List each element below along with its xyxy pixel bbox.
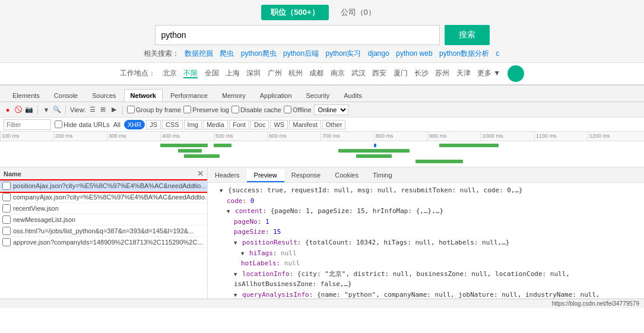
- location-beijing[interactable]: 北京: [163, 69, 177, 77]
- all-filter-btn[interactable]: All: [113, 121, 120, 128]
- disable-cache-checkbox[interactable]: [231, 106, 239, 113]
- filter-input[interactable]: [4, 119, 51, 130]
- rt-tab-response[interactable]: Response: [284, 169, 328, 182]
- status-url: https://blog.csdn.net/fei34779579: [552, 300, 639, 307]
- search-input[interactable]: [155, 25, 440, 45]
- location-suzhou[interactable]: 苏州: [435, 69, 449, 77]
- hide-data-urls-checkbox[interactable]: [55, 120, 62, 128]
- network-throttle-select[interactable]: Online: [314, 104, 348, 115]
- location-xiamen[interactable]: 厦门: [394, 69, 408, 77]
- net-item-0[interactable]: positionAjax.json?city=%E5%8C%97%E4%BA%A…: [0, 180, 207, 192]
- json-locinfo-tri[interactable]: [234, 271, 237, 277]
- json-root-tri[interactable]: [220, 188, 223, 194]
- related-link-datamining[interactable]: 数据挖掘: [185, 49, 213, 58]
- json-posresult-tri[interactable]: [234, 240, 237, 246]
- filter-icon[interactable]: ▼: [42, 106, 50, 114]
- view-waterfall-icon[interactable]: ▶: [110, 106, 118, 114]
- tab-application[interactable]: Application: [253, 89, 299, 102]
- net-item-check-3[interactable]: [2, 215, 11, 224]
- related-link-c[interactable]: c: [496, 49, 499, 58]
- net-item-2[interactable]: recentView.json: [0, 203, 207, 214]
- camera-icon[interactable]: 📷: [25, 106, 33, 114]
- tab-sources[interactable]: Sources: [85, 89, 122, 102]
- location-nanjing[interactable]: 南京: [331, 69, 345, 77]
- tab-companies[interactable]: 公司（0）: [334, 5, 383, 20]
- view-list-icon[interactable]: ☰: [88, 106, 97, 114]
- related-link-python-data[interactable]: python数据分析: [439, 49, 489, 58]
- location-label: 工作地点：: [120, 69, 156, 77]
- location-xian[interactable]: 西安: [372, 69, 386, 77]
- location-shanghai[interactable]: 上海: [226, 69, 240, 77]
- offline-checkbox[interactable]: [284, 106, 291, 113]
- related-link-python-crawler[interactable]: python爬虫: [241, 49, 277, 58]
- tab-elements[interactable]: Elements: [6, 89, 46, 102]
- net-item-check-0[interactable]: [2, 182, 11, 190]
- tick-400: 400 ms: [160, 132, 214, 141]
- rt-tab-headers[interactable]: Headers: [208, 169, 247, 182]
- rt-tab-cookies[interactable]: Cookies: [328, 169, 366, 182]
- net-item-check-2[interactable]: [2, 204, 11, 213]
- tab-audits[interactable]: Audits: [337, 89, 369, 102]
- filter-media[interactable]: Media: [203, 120, 228, 129]
- net-item-1[interactable]: companyAjax.json?city=%E5%8C%97%E4%BA%AC…: [0, 192, 207, 203]
- tab-network[interactable]: Network: [124, 89, 163, 102]
- location-hangzhou[interactable]: 杭州: [288, 69, 303, 77]
- right-panel: Headers Preview Response Cookies Timing …: [208, 167, 644, 299]
- location-unlimited[interactable]: 不限: [183, 69, 198, 78]
- group-by-frame-label[interactable]: Group by frame: [127, 106, 181, 113]
- preserve-log-label[interactable]: Preserve log: [183, 106, 229, 113]
- close-right-panel-btn[interactable]: ✕: [197, 169, 204, 178]
- net-item-3[interactable]: newMessageList.json: [0, 214, 207, 226]
- filter-font[interactable]: Font: [229, 120, 249, 129]
- location-all[interactable]: 全国: [205, 69, 219, 77]
- json-queryinfo-tri[interactable]: [234, 292, 237, 298]
- waterfall-bar-9: [439, 144, 499, 147]
- json-hitags-tri[interactable]: [241, 250, 244, 256]
- related-link-python-web[interactable]: python web: [396, 49, 432, 58]
- rt-tab-timing[interactable]: Timing: [366, 169, 399, 182]
- location-changsha[interactable]: 长沙: [414, 69, 429, 77]
- location-chengdu[interactable]: 成都: [309, 69, 323, 77]
- filter-js[interactable]: JS: [146, 120, 161, 129]
- rt-tab-preview[interactable]: Preview: [247, 169, 284, 182]
- filter-other[interactable]: Other: [322, 120, 346, 129]
- clear-icon[interactable]: 🚫: [14, 106, 23, 114]
- json-hotlabels-line: hotLabels: null: [212, 258, 639, 269]
- tab-positions[interactable]: 职位（500+）: [261, 5, 328, 20]
- view-grid-icon[interactable]: ⊞: [99, 106, 107, 114]
- record-icon[interactable]: ●: [4, 106, 12, 114]
- search-icon[interactable]: 🔍: [53, 106, 61, 114]
- offline-label[interactable]: Offline: [284, 106, 312, 113]
- tab-memory[interactable]: Memory: [215, 89, 252, 102]
- location-shenzhen[interactable]: 深圳: [246, 69, 261, 77]
- related-link-django[interactable]: django: [368, 49, 389, 58]
- hide-data-urls-label[interactable]: Hide data URLs: [55, 120, 110, 128]
- filter-manifest[interactable]: Manifest: [289, 120, 321, 129]
- net-item-4[interactable]: oss.html?u=/jobs/list_python&q=387&n=393…: [0, 226, 207, 237]
- related-link-crawler[interactable]: 爬虫: [220, 49, 234, 58]
- tick-300: 300 ms: [107, 132, 160, 141]
- location-more[interactable]: 更多 ▼: [477, 69, 500, 77]
- location-guangzhou[interactable]: 广州: [268, 69, 282, 77]
- disable-cache-label[interactable]: Disable cache: [231, 106, 281, 113]
- filter-doc[interactable]: Doc: [250, 120, 269, 129]
- location-wuhan[interactable]: 武汉: [351, 69, 366, 77]
- tab-performance[interactable]: Performance: [164, 89, 214, 102]
- preserve-log-checkbox[interactable]: [183, 106, 191, 113]
- filter-xhr[interactable]: XHR: [124, 120, 145, 129]
- filter-img[interactable]: Img: [184, 120, 202, 129]
- tab-security[interactable]: Security: [300, 89, 337, 102]
- net-item-check-4[interactable]: [2, 227, 11, 235]
- related-link-python-backend[interactable]: python后端: [283, 49, 319, 58]
- search-button[interactable]: 搜索: [445, 25, 490, 45]
- filter-css[interactable]: CSS: [162, 120, 183, 129]
- group-by-frame-checkbox[interactable]: [127, 106, 135, 113]
- location-tianjin[interactable]: 天津: [456, 69, 471, 77]
- tab-console[interactable]: Console: [47, 89, 84, 102]
- related-link-python-intern[interactable]: python实习: [325, 49, 361, 58]
- filter-ws[interactable]: WS: [270, 120, 288, 129]
- net-item-5[interactable]: approve.json?companyIds=148909%2C18713%2…: [0, 237, 207, 248]
- json-content-tri[interactable]: [227, 208, 230, 214]
- net-item-check-1[interactable]: [2, 193, 11, 201]
- net-item-check-5[interactable]: [2, 238, 11, 246]
